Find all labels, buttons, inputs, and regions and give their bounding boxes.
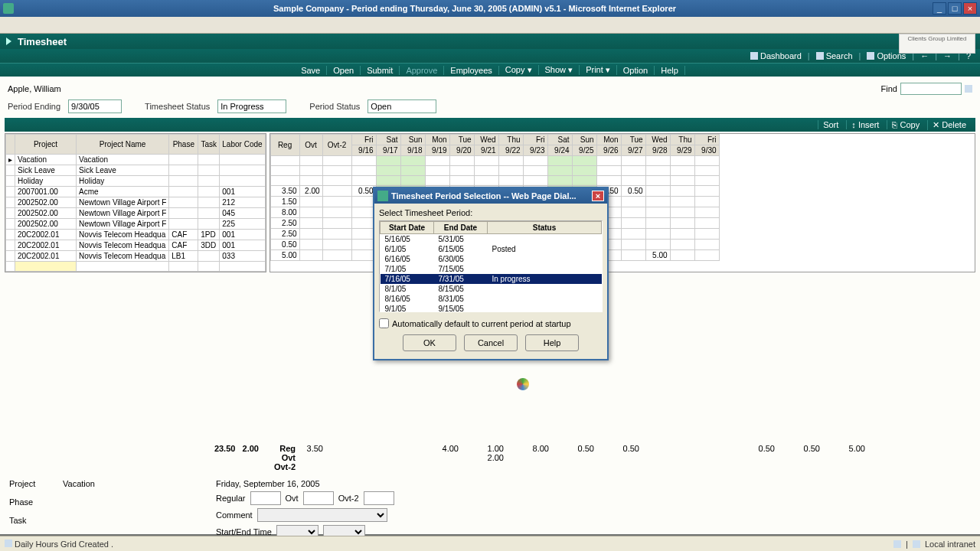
day-subheader[interactable]: 9/17 bbox=[376, 145, 400, 156]
col-reg[interactable]: Reg bbox=[270, 135, 299, 156]
close-button[interactable]: × bbox=[963, 2, 977, 15]
col-status[interactable]: Status bbox=[488, 222, 602, 234]
hours-row[interactable] bbox=[270, 176, 719, 186]
day-subheader[interactable]: 9/18 bbox=[400, 145, 425, 156]
dashboard-link[interactable]: Dashboard bbox=[747, 51, 805, 60]
menu-open[interactable]: Open bbox=[327, 66, 361, 75]
col-start-date[interactable]: Start Date bbox=[381, 222, 434, 234]
col-ovt[interactable]: Ovt bbox=[299, 135, 322, 156]
hours-row[interactable] bbox=[270, 156, 719, 166]
day-subheader[interactable]: 9/16 bbox=[351, 145, 376, 156]
find-input[interactable] bbox=[900, 83, 962, 95]
ovt-input[interactable] bbox=[303, 491, 334, 505]
period-row[interactable]: 8/16/058/31/05 bbox=[381, 294, 602, 304]
grid-copy-button[interactable]: ⎘ Copy bbox=[887, 120, 924, 129]
period-row[interactable]: 9/1/059/15/05 bbox=[381, 304, 602, 313]
cancel-button[interactable]: Cancel bbox=[464, 334, 518, 351]
col-project[interactable]: Project bbox=[15, 135, 77, 155]
table-row[interactable]: 20C2002.01Novvis Telecom HeadquaLB1033 bbox=[6, 251, 266, 262]
minimize-button[interactable]: _ bbox=[933, 2, 946, 15]
menu-submit[interactable]: Submit bbox=[361, 66, 400, 75]
ovt2-input[interactable] bbox=[364, 491, 394, 505]
day-header[interactable]: Wed bbox=[645, 135, 670, 145]
table-row[interactable]: 2002502.00Newtown Village Airport F045 bbox=[6, 208, 266, 219]
period-ending-input[interactable] bbox=[68, 99, 122, 113]
col-task[interactable]: Task bbox=[198, 135, 220, 155]
find-binoculars-icon[interactable] bbox=[965, 85, 972, 93]
day-header[interactable]: Tue bbox=[449, 135, 474, 145]
project-grid[interactable]: Project Project Name Phase Task Labor Co… bbox=[5, 133, 266, 272]
day-subheader[interactable]: 9/19 bbox=[425, 145, 449, 156]
ok-button[interactable]: OK bbox=[403, 334, 456, 351]
table-row[interactable]: 20C2002.01Novvis Telecom HeadquaCAF3DD00… bbox=[6, 240, 266, 251]
comment-select[interactable] bbox=[257, 508, 387, 522]
col-phase[interactable]: Phase bbox=[169, 135, 198, 155]
day-header[interactable]: Fri bbox=[523, 135, 547, 145]
maximize-button[interactable]: □ bbox=[948, 2, 962, 15]
period-list[interactable]: Start Date End Date Status 5/16/055/31/0… bbox=[379, 220, 603, 312]
grid-insert-button[interactable]: ↕ Insert bbox=[846, 120, 884, 129]
period-selection-dialog: Timesheet Period Selection -- Web Page D… bbox=[373, 187, 609, 360]
menu-show[interactable]: Show ▾ bbox=[539, 65, 580, 75]
col-ovt2[interactable]: Ovt-2 bbox=[322, 135, 351, 156]
col-labor-code[interactable]: Labor Code bbox=[220, 135, 265, 155]
day-subheader[interactable]: 9/23 bbox=[523, 145, 547, 156]
menu-employees[interactable]: Employees bbox=[444, 66, 498, 75]
hours-row[interactable] bbox=[270, 166, 719, 176]
popup-blocker-icon[interactable] bbox=[893, 540, 901, 548]
menu-copy[interactable]: Copy ▾ bbox=[499, 65, 539, 75]
table-row[interactable]: 20C2002.01Novvis Telecom HeadquaCAF1PD00… bbox=[6, 230, 266, 240]
day-subheader[interactable]: 9/28 bbox=[645, 145, 670, 156]
day-header[interactable]: Mon bbox=[596, 135, 621, 145]
day-header[interactable]: Tue bbox=[621, 135, 645, 145]
table-row[interactable]: ▸VacationVacation bbox=[6, 155, 266, 165]
day-header[interactable]: Mon bbox=[425, 135, 449, 145]
period-row[interactable]: 7/1/057/15/05 bbox=[381, 264, 602, 274]
period-row[interactable]: 8/1/058/15/05 bbox=[381, 284, 602, 294]
day-subheader[interactable]: 9/25 bbox=[572, 145, 596, 156]
day-subheader[interactable]: 9/26 bbox=[596, 145, 621, 156]
help-button[interactable]: Help bbox=[525, 334, 579, 351]
day-header[interactable]: Thu bbox=[498, 135, 523, 145]
auto-default-checkbox[interactable] bbox=[379, 318, 389, 328]
period-row[interactable]: 6/16/056/30/05 bbox=[381, 254, 602, 264]
table-row[interactable]: HolidayHoliday bbox=[6, 176, 266, 187]
dialog-close-button[interactable]: × bbox=[592, 191, 604, 201]
menu-help[interactable]: Help bbox=[655, 66, 685, 75]
table-row[interactable]: 2002502.00Newtown Village Airport F212 bbox=[6, 197, 266, 208]
day-header[interactable]: Fri bbox=[351, 135, 376, 145]
regular-input[interactable] bbox=[250, 491, 281, 505]
col-end-date[interactable]: End Date bbox=[434, 222, 488, 234]
day-subheader[interactable]: 9/24 bbox=[547, 145, 572, 156]
day-subheader[interactable]: 9/22 bbox=[498, 145, 523, 156]
day-header[interactable]: Wed bbox=[474, 135, 498, 145]
day-subheader[interactable]: 9/21 bbox=[474, 145, 498, 156]
table-row[interactable]: Sick LeaveSick Leave bbox=[6, 165, 266, 176]
day-header[interactable]: Sat bbox=[547, 135, 572, 145]
grid-delete-button[interactable]: ✕ Delete bbox=[927, 120, 971, 130]
day-header[interactable]: Fri bbox=[694, 135, 719, 145]
grid-sort-button[interactable]: Sort bbox=[818, 120, 843, 129]
menu-print[interactable]: Print ▾ bbox=[580, 65, 617, 75]
table-row[interactable]: 2002502.00Newtown Village Airport F225 bbox=[6, 219, 266, 230]
col-project-name[interactable]: Project Name bbox=[77, 135, 169, 155]
zone-icon bbox=[913, 540, 920, 548]
menu-option[interactable]: Option bbox=[617, 66, 655, 75]
empty-row[interactable] bbox=[6, 262, 266, 272]
day-header[interactable]: Thu bbox=[670, 135, 694, 145]
day-subheader[interactable]: 9/29 bbox=[670, 145, 694, 156]
period-row[interactable]: 5/16/055/31/05 bbox=[381, 234, 602, 244]
period-row[interactable]: 6/1/056/15/05Posted bbox=[381, 244, 602, 254]
dialog-titlebar[interactable]: Timesheet Period Selection -- Web Page D… bbox=[374, 188, 607, 204]
day-subheader[interactable]: 9/20 bbox=[449, 145, 474, 156]
day-header[interactable]: Sun bbox=[400, 135, 425, 145]
day-header[interactable]: Sat bbox=[376, 135, 400, 145]
day-subheader[interactable]: 9/27 bbox=[621, 145, 645, 156]
menu-save[interactable]: Save bbox=[295, 66, 327, 75]
period-row[interactable]: 7/16/057/31/05In progress bbox=[381, 274, 602, 284]
table-row[interactable]: 2007001.00Acme001 bbox=[6, 187, 266, 197]
search-link[interactable]: Search bbox=[813, 51, 856, 60]
day-subheader[interactable]: 9/30 bbox=[694, 145, 719, 156]
nav-arrow-icon[interactable] bbox=[6, 37, 11, 45]
day-header[interactable]: Sun bbox=[572, 135, 596, 145]
